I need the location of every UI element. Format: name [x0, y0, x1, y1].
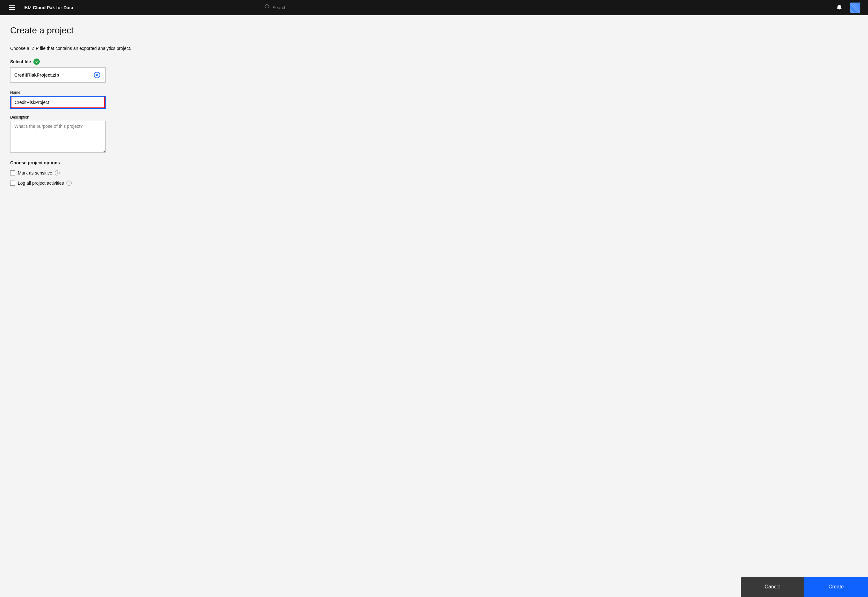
cancel-button[interactable]: Cancel — [741, 577, 804, 597]
circle-x-icon: ✕ — [94, 72, 100, 78]
description-form-group: Description — [10, 115, 858, 154]
sensitive-option-row: Mark as sensitive i — [10, 171, 858, 175]
name-label: Name — [10, 90, 858, 95]
description-label: Description — [10, 115, 858, 120]
page-subtitle: Choose a .ZIP file that contains an expo… — [10, 46, 858, 51]
select-file-section: Select file — [10, 58, 858, 65]
search-input[interactable] — [272, 5, 456, 10]
log-activities-info-icon[interactable]: i — [67, 181, 71, 186]
create-button[interactable]: Create — [804, 577, 868, 597]
project-options-section: Choose project options Mark as sensitive… — [10, 160, 858, 186]
avatar-button[interactable] — [848, 0, 863, 15]
navbar: IBM Cloud Pak for Data — [0, 0, 868, 15]
log-activities-option-row: Log all project activities i — [10, 181, 858, 186]
search-icon — [265, 4, 270, 11]
avatar-icon — [850, 3, 861, 13]
navbar-right — [834, 0, 863, 15]
main-content: Create a project Choose a .ZIP file that… — [0, 15, 868, 597]
select-file-label: Select file — [10, 59, 31, 64]
sensitive-info-icon[interactable]: i — [55, 171, 60, 175]
log-activities-label: Log all project activities — [18, 181, 64, 186]
options-section-label: Choose project options — [10, 160, 858, 165]
search-bar — [265, 4, 456, 11]
file-name: CreditRiskProject.zip — [14, 73, 92, 77]
menu-button[interactable] — [5, 1, 18, 14]
name-form-group: Name — [10, 90, 858, 109]
clear-file-button[interactable]: ✕ — [92, 71, 101, 79]
file-input-row: CreditRiskProject.zip ✕ — [10, 67, 106, 83]
check-icon — [33, 58, 40, 65]
brand-name: IBM Cloud Pak for Data — [24, 5, 73, 10]
sensitive-label: Mark as sensitive — [18, 171, 52, 175]
description-textarea[interactable] — [10, 121, 106, 153]
page-title: Create a project — [10, 25, 858, 36]
name-input[interactable] — [10, 96, 106, 109]
log-activities-checkbox[interactable] — [10, 181, 15, 186]
footer-actions: Cancel Create — [741, 577, 868, 597]
notification-button[interactable] — [834, 2, 845, 13]
hamburger-icon — [7, 4, 16, 11]
sensitive-checkbox[interactable] — [10, 171, 15, 175]
